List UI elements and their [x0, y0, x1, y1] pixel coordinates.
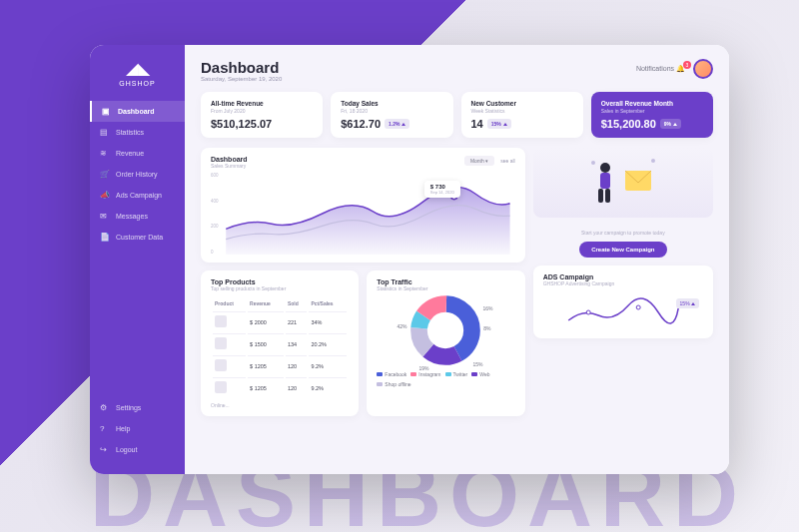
create-campaign-button[interactable]: Create New Campaign [579, 242, 666, 258]
dashboard-icon: ▣ [102, 107, 112, 116]
legend-item: Twitter [445, 371, 468, 377]
nav-ads-campaign[interactable]: 📣Ads Campaign [90, 185, 185, 206]
card-title: Today Sales [341, 100, 442, 107]
legend-label: Instagram [418, 371, 440, 377]
arrow-up-icon [691, 302, 695, 305]
product-thumb [215, 359, 227, 371]
nav-dashboard[interactable]: ▣Dashboard [90, 101, 185, 122]
products-table: Product Revenue Sold Pct/Sales $ 2000221… [211, 295, 349, 399]
avatar[interactable] [693, 59, 713, 79]
svg-point-8 [600, 163, 610, 173]
nav-logout[interactable]: ↪Logout [90, 439, 185, 460]
page-subtitle: Saturday, September 19, 2020 [201, 76, 282, 82]
col-product: Product [213, 297, 246, 309]
nav-label: Help [116, 425, 130, 432]
y-axis: 600 400 200 0 [211, 173, 219, 255]
cell-revenue: $ 2000 [248, 311, 284, 331]
panel-subtitle: Top selling products in September [211, 285, 349, 291]
sales-chart-panel: Dashboard Sales Summary Month ▾ see all … [201, 148, 525, 263]
y-tick: 200 [211, 224, 219, 229]
card-all-time-revenue: All-time Revenue From July 2020 $510,125… [201, 92, 323, 138]
campaign-cta-block: Start your campaign to promote today Cre… [533, 226, 713, 258]
see-all-link[interactable]: see all [500, 158, 514, 164]
notifications-button[interactable]: Notifications 🔔 3 [636, 65, 685, 73]
table-row[interactable]: $ 12051209.2% [213, 355, 347, 375]
nav-messages[interactable]: ✉Messages [90, 206, 185, 227]
cart-icon: 🛒 [100, 170, 110, 179]
cell-pct: 34% [309, 311, 347, 331]
top-traffic-panel: Top Traffic Statistics in September [367, 270, 524, 416]
notifications-label: Notifications [636, 65, 674, 72]
change-text: 1.2% [389, 121, 400, 127]
header: Dashboard Saturday, September 19, 2020 N… [201, 59, 713, 82]
pie-label: 16% [482, 305, 492, 311]
card-title: New Customer [471, 100, 573, 107]
nav-label: Settings [116, 404, 141, 411]
panel-subtitle: GHSHOP Advertising Campaign [543, 280, 703, 286]
legend-swatch [471, 372, 477, 376]
period-dropdown[interactable]: Month ▾ [464, 156, 494, 166]
panel-subtitle: Statistics in September [377, 285, 514, 291]
legend-item: Shop offline [377, 381, 410, 387]
top-products-panel: Top Products Top selling products in Sep… [201, 270, 359, 416]
pie-legend: Facebook Instagram Twitter Web Shop offl… [377, 371, 514, 387]
col-pct: Pct/Sales [309, 297, 347, 309]
traffic-pie-chart: 42% 16% 8% 15% 19% [410, 295, 480, 365]
nav-revenue[interactable]: ≋Revenue [90, 143, 185, 164]
card-subtitle: Sales in September [601, 108, 703, 114]
product-thumb [215, 337, 227, 349]
pie-label: 8% [483, 325, 490, 331]
svg-point-6 [419, 304, 472, 357]
page-title: Dashboard [201, 59, 282, 76]
pie-label: 42% [397, 323, 406, 329]
nav-label: Logout [116, 446, 137, 453]
cell-sold: 134 [286, 333, 307, 353]
ads-change-badge: 15% [676, 298, 699, 308]
nav-label: Revenue [116, 150, 144, 157]
help-icon: ? [100, 424, 110, 433]
nav-statistics[interactable]: ▤Statistics [90, 122, 185, 143]
cell-revenue: $ 1205 [248, 355, 284, 375]
table-row[interactable]: $ 200022134% [213, 311, 347, 331]
y-tick: 600 [211, 173, 219, 178]
legend-label: Web [479, 371, 489, 377]
brand-logo[interactable]: ◢◣ GHSHOP [90, 59, 185, 87]
legend-item: Web [471, 371, 489, 377]
sales-area-chart: 600 400 200 0 $ 7 [211, 173, 515, 255]
megaphone-icon: 📣 [100, 191, 110, 200]
arrow-up-icon [401, 123, 405, 126]
table-footer: Online... [211, 402, 349, 408]
panel-title: Top Products [211, 278, 349, 285]
app-window: ◢◣ GHSHOP ▣Dashboard ▤Statistics ≋Revenu… [90, 45, 729, 474]
card-subtitle: Week Statistics [471, 108, 573, 114]
col-sold: Sold [286, 297, 307, 309]
nav-order-history[interactable]: 🛒Order History [90, 164, 185, 185]
logout-icon: ↪ [100, 445, 110, 454]
brand-name: GHSHOP [90, 80, 185, 87]
card-value: 1415% [471, 118, 573, 130]
main-content: Dashboard Saturday, September 19, 2020 N… [185, 45, 729, 474]
campaign-illustration [533, 148, 713, 218]
legend-swatch [410, 372, 416, 376]
sidebar: ◢◣ GHSHOP ▣Dashboard ▤Statistics ≋Revenu… [90, 45, 185, 474]
change-badge: 15% [487, 119, 511, 129]
card-title: Overall Revenue Month [601, 100, 703, 107]
nav-label: Statistics [116, 129, 144, 136]
cell-sold: 120 [286, 355, 307, 375]
y-tick: 400 [211, 199, 219, 204]
table-row[interactable]: $ 150013420.2% [213, 333, 347, 353]
nav-settings[interactable]: ⚙Settings [90, 397, 185, 418]
message-icon: ✉ [100, 212, 110, 221]
stat-cards-row: All-time Revenue From July 2020 $510,125… [201, 92, 713, 138]
cell-pct: 9.2% [309, 355, 347, 375]
nav-label: Customer Data [116, 234, 163, 241]
card-title: All-time Revenue [211, 100, 313, 107]
legend-label: Shop offline [385, 381, 410, 387]
nav-help[interactable]: ?Help [90, 418, 185, 439]
table-row[interactable]: $ 12051209.2% [213, 377, 347, 397]
nav-label: Order History [116, 171, 158, 178]
card-value: $612.701.2% [341, 118, 442, 130]
nav-customer-data[interactable]: 📄Customer Data [90, 227, 185, 248]
campaign-subtitle: Start your campaign to promote today [533, 230, 713, 236]
change-text: 15% [491, 121, 501, 127]
